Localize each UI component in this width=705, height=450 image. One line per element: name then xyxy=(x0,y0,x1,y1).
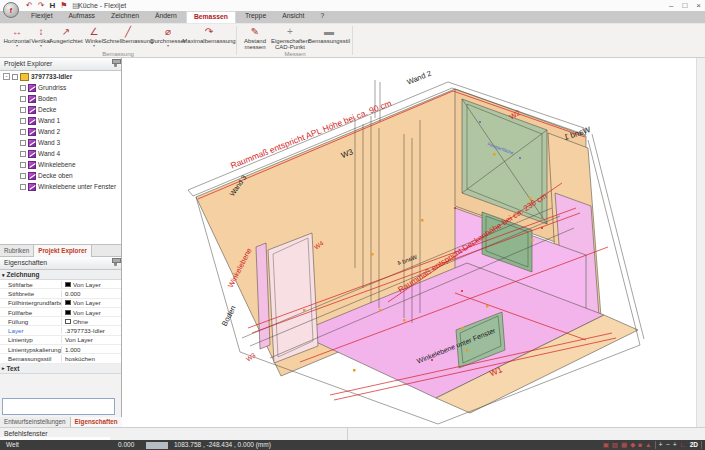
tab-help[interactable]: ? xyxy=(313,11,331,23)
angle-view-icon[interactable]: ∟ xyxy=(680,440,687,450)
tree-item-wand-4[interactable]: Wand 4 xyxy=(0,148,121,159)
cursor-coordinates: 1083.758 , -248.434 , 0.000 (mm) xyxy=(174,440,271,450)
h-tool-icon[interactable]: H xyxy=(49,1,55,10)
property-row-layer[interactable]: Layer.3797733-Idler xyxy=(0,326,121,335)
tab-entwurfseinstellungen[interactable]: Entwurfseinstellungen xyxy=(0,417,71,427)
tab-projekt-explorer[interactable]: Projekt Explorer xyxy=(34,245,92,257)
property-row[interactable]: Stiftbreite0.000 xyxy=(0,289,121,298)
dropdown-icon[interactable]: ▾ xyxy=(93,44,95,48)
cad-point-properties-button[interactable]: + Eigenschaften CAD-Punkt xyxy=(270,25,310,51)
view-tool-icon[interactable]: ▦ xyxy=(621,440,627,450)
property-row[interactable]: Linientypskalierung1.000 xyxy=(0,345,121,354)
checkbox[interactable] xyxy=(20,107,26,113)
tab-rubriken[interactable]: Rubriken xyxy=(0,245,34,257)
drawing-canvas[interactable]: Raummaß entspricht APL Höhe bei ca. 90 c… xyxy=(122,58,705,427)
close-button[interactable]: × xyxy=(696,1,701,10)
tree-item-wand-3[interactable]: Wand 3 xyxy=(0,137,121,148)
tab-zeichnen[interactable]: Zeichnen xyxy=(104,11,146,23)
property-row[interactable]: LinientypVon Layer xyxy=(0,336,121,345)
checkbox[interactable] xyxy=(20,184,26,190)
tree-item-wand-2[interactable]: Wand 2 xyxy=(0,126,121,137)
property-row[interactable]: StiftfarbeVon Layer xyxy=(0,280,121,289)
window-title: Küche - Flexijet xyxy=(78,2,126,9)
flag-icon[interactable]: ⚑ xyxy=(60,1,67,10)
tree-item-winkelebene-unter-fenster[interactable]: Winkelebene unter Fenster xyxy=(0,181,121,192)
command-input[interactable] xyxy=(2,398,115,415)
tree-item-decke[interactable]: Decke xyxy=(0,104,121,115)
dropdown-icon[interactable]: ▾ xyxy=(167,44,169,48)
layer-icon xyxy=(28,183,36,191)
coordinate-system-label[interactable]: Welt xyxy=(6,440,19,450)
undo-icon[interactable]: ↶ xyxy=(26,1,33,10)
view-tool-icon[interactable]: ▲ xyxy=(645,440,651,450)
checkbox[interactable] xyxy=(20,173,26,179)
maximal-dimension-icon: ↷ xyxy=(205,26,213,38)
angle-dimension-button[interactable]: ∠ Winkel ▾ xyxy=(82,25,106,48)
ribbon-group-messen: ✎ Abstand messen + Eigenschaften CAD-Pun… xyxy=(240,25,348,51)
tab-ansicht[interactable]: Ansicht xyxy=(275,11,311,23)
zoom-out-icon[interactable]: − xyxy=(666,440,670,450)
group-separator xyxy=(352,26,353,55)
checkbox[interactable] xyxy=(20,140,26,146)
view-tool-icon[interactable]: ■ xyxy=(638,440,642,450)
maximal-dimension-button[interactable]: ↷ Maximalbemassung xyxy=(186,25,232,44)
cad-point-icon: + xyxy=(287,26,293,38)
checkbox[interactable] xyxy=(20,118,26,124)
horizontal-dimension-button[interactable]: ↔ Horizontal ▾ xyxy=(2,25,32,48)
view-mode-2d-toggle[interactable]: 2D xyxy=(690,440,698,450)
pin-icon[interactable] xyxy=(114,61,117,67)
view-tool-icon[interactable]: ▨ xyxy=(612,440,618,450)
zoom-in-icon[interactable]: + xyxy=(673,440,677,450)
minimize-button[interactable]: – xyxy=(669,1,673,10)
tree-item-grundriss[interactable]: Grundriss xyxy=(0,82,121,93)
tab-bemassen[interactable]: Bemassen xyxy=(186,11,236,23)
tree-item-wand-1[interactable]: Wand 1 xyxy=(0,115,121,126)
checkbox[interactable] xyxy=(12,74,18,80)
window-controls: – □ × xyxy=(669,1,701,10)
tree-item-boden[interactable]: Boden xyxy=(0,93,121,104)
tab-flexijet[interactable]: Flexijet xyxy=(24,11,60,23)
quick-dimension-button[interactable]: ╱ Schnellbemassung xyxy=(106,25,150,44)
collapsed-icon: ▸ xyxy=(2,365,5,371)
dimension-style-button[interactable]: ▬ Bemassungsstil xyxy=(310,25,348,44)
maximize-button[interactable]: □ xyxy=(682,1,687,10)
app-logo[interactable]: f xyxy=(3,2,19,18)
pan-icon[interactable]: + xyxy=(659,440,663,450)
diameter-icon: ⌀ xyxy=(165,26,171,38)
property-row[interactable]: FüllhintergrundfarbeVon Layer xyxy=(0,299,121,308)
checkbox[interactable] xyxy=(20,162,26,168)
dropdown-icon[interactable]: ▾ xyxy=(40,44,42,48)
vertical-dimension-button[interactable]: ↕ Vertikal ▾ xyxy=(32,25,50,48)
checkbox[interactable] xyxy=(20,96,26,102)
checkbox[interactable] xyxy=(20,129,26,135)
redo-icon[interactable]: ↷ xyxy=(38,1,45,10)
tab-eigenschaften[interactable]: Eigenschaften xyxy=(71,417,123,427)
property-row[interactable]: FüllungOhne xyxy=(0,317,121,326)
ribbon: ↔ Horizontal ▾ ↕ Vertikal ▾ ↗ Ausgericht… xyxy=(0,23,705,58)
property-row[interactable]: Bemassungsstilhosküchen xyxy=(0,354,121,363)
property-row[interactable]: FüllfarbeVon Layer xyxy=(0,308,121,317)
status-input-box[interactable] xyxy=(146,442,168,449)
checkbox[interactable] xyxy=(20,85,26,91)
category-zeichnung[interactable]: ▾ Zeichnung xyxy=(0,270,121,280)
layer-icon xyxy=(28,117,36,125)
tree-item-decke-oben[interactable]: Decke oben xyxy=(0,170,121,181)
aligned-dimension-button[interactable]: ↗ Ausgerichtet xyxy=(50,25,82,44)
diameter-dimension-button[interactable]: ⌀ Durchmesser ▾ xyxy=(150,25,186,48)
door-panel xyxy=(268,233,318,363)
tab-treppe[interactable]: Treppe xyxy=(238,11,273,23)
dropdown-icon[interactable]: ▾ xyxy=(16,44,18,48)
group-label-messen: Messen xyxy=(240,51,350,57)
measure-distance-button[interactable]: ✎ Abstand messen xyxy=(240,25,270,51)
pin-icon[interactable] xyxy=(114,260,117,266)
tab-aufmass[interactable]: Aufmass xyxy=(62,11,102,23)
category-text[interactable]: ▸ Text xyxy=(0,364,121,374)
tree-root-item[interactable]: - 3797733-Idler xyxy=(0,71,121,82)
view-tool-icon[interactable]: ◆ xyxy=(630,440,635,450)
checkbox[interactable] xyxy=(20,151,26,157)
tab-aendern[interactable]: Ändern xyxy=(148,11,184,23)
view-tool-icon[interactable]: ▣ xyxy=(603,440,609,450)
collapse-icon[interactable]: - xyxy=(3,73,10,80)
tree-item-winkelebene[interactable]: Winkelebene xyxy=(0,159,121,170)
vertical-scrollbar[interactable] xyxy=(696,58,705,427)
